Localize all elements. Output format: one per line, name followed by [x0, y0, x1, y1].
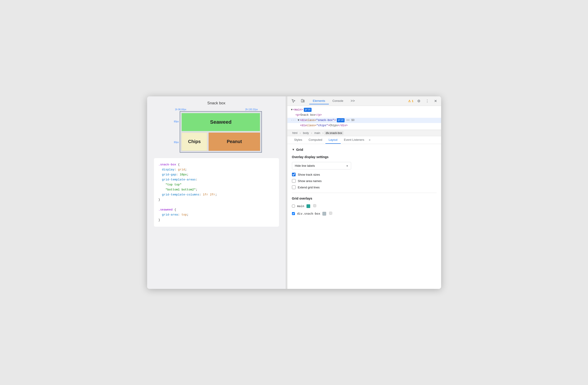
code-line-8: }: [159, 197, 274, 202]
dom-line-chips[interactable]: <div class="chips">Chips</div>: [287, 123, 441, 128]
code-line-5: "top top": [159, 182, 274, 187]
tab-styles[interactable]: Styles: [291, 136, 305, 144]
line-labels-select[interactable]: Hide line labels Show line labels Show a…: [292, 162, 351, 170]
extend-grid-lines-row: Extend grid lines: [292, 185, 437, 189]
show-area-names-label[interactable]: Show area names: [298, 179, 322, 183]
warning-icon: ⚠: [408, 99, 411, 103]
settings-button[interactable]: ⚙: [416, 98, 422, 104]
code-line-10: grid-area: top;: [159, 212, 274, 217]
svg-rect-0: [301, 99, 303, 102]
grid-preview: 1fr·96.66px 2fr·193.32px 80px 80px Seawe…: [171, 108, 262, 153]
select-wrapper: Hide line labels Show line labels Show a…: [292, 162, 351, 170]
devtools-main-tabs: Elements Console: [309, 98, 347, 104]
dollar-sign: == $0: [346, 118, 355, 123]
left-panel: Snack box 1fr·96.66px 2fr·193.32px 80px …: [147, 96, 286, 289]
more-vert-button[interactable]: ⋮: [424, 98, 430, 104]
svg-rect-1: [303, 100, 304, 102]
overlay-main-row: main: [292, 203, 437, 209]
breadcrumb-bar: html › body › main › div.snack-box: [287, 130, 441, 136]
dimension-top-right: 2fr·193.32px: [245, 108, 258, 111]
tab-event-listeners[interactable]: Event Listeners: [341, 136, 368, 144]
dimension-left-top: 80px: [171, 120, 179, 123]
devtools-toolbar: Elements Console >> ⚠ 1 ⚙ ⋮ ✕: [287, 96, 441, 106]
overlay-main-color: [307, 204, 310, 208]
overlay-main-checkbox[interactable]: [292, 205, 295, 208]
ellipsis: ···: [291, 118, 296, 123]
grid-cell-chips: Chips: [182, 133, 207, 151]
preview-title: Snack box: [154, 101, 279, 106]
overlay-snackbox-row: div.snack-box: [292, 211, 437, 216]
dimension-top-row: 1fr·96.66px 2fr·193.32px: [171, 108, 262, 111]
overlay-main-label[interactable]: main: [297, 204, 304, 208]
dom-line-snackbox[interactable]: ··· ▼ <div class="snack-box"> grid == $0: [287, 118, 441, 123]
grid-box: Seaweed Chips Peanut: [180, 111, 262, 153]
dimension-left: 80px 80px: [171, 111, 179, 153]
grid-cell-peanut: Peanut: [209, 133, 260, 151]
devtools-panel: Elements Console >> ⚠ 1 ⚙ ⋮ ✕ ▼ <main> g…: [287, 96, 441, 289]
tab-computed[interactable]: Computed: [305, 136, 325, 144]
code-line-4: grid-template-areas:: [159, 177, 274, 182]
browser-window: Snack box 1fr·96.66px 2fr·193.32px 80px …: [147, 96, 441, 289]
panel-tab-more[interactable]: »: [368, 136, 372, 144]
tab-console[interactable]: Console: [329, 98, 347, 104]
badge-main: grid: [304, 108, 312, 112]
extend-grid-lines-label[interactable]: Extend grid lines: [298, 186, 320, 189]
overlay-snackbox-checkbox[interactable]: [292, 212, 295, 215]
panel-tabs: Styles Computed Layout Event Listeners »: [287, 136, 441, 144]
overlay-snackbox-color: [322, 212, 326, 215]
show-area-names-row: Show area names: [292, 179, 437, 183]
grid-section-triangle[interactable]: ▼: [292, 148, 295, 151]
grid-cell-seaweed: Seaweed: [182, 113, 260, 131]
dimension-top-left: 1fr·96.66px: [175, 108, 186, 111]
show-track-sizes-checkbox[interactable]: [292, 173, 295, 176]
dimension-left-bottom: 80px: [171, 141, 179, 144]
badge-snackbox: grid: [337, 118, 345, 122]
grid-preview-row: 80px 80px Seaweed Chips Peanut: [171, 111, 262, 153]
code-line-3: grid-gap: 10px;: [159, 172, 274, 177]
code-line-2: display: grid;: [159, 167, 274, 172]
code-line-1: .snack-box {: [159, 162, 274, 167]
overlay-main-icon-btn[interactable]: [313, 203, 317, 209]
triangle-main[interactable]: ▼: [291, 108, 293, 112]
triangle-snackbox[interactable]: ▼: [298, 118, 299, 123]
show-area-names-checkbox[interactable]: [292, 179, 295, 183]
breadcrumb-main[interactable]: main: [313, 131, 322, 135]
breadcrumb-body[interactable]: body: [301, 131, 310, 135]
breadcrumb-snackbox[interactable]: div.snack-box: [324, 131, 343, 135]
dom-line-main[interactable]: ▼ <main> grid: [287, 107, 441, 112]
grid-overlays-section: Grid overlays main: [292, 197, 437, 216]
overlay-snackbox-label[interactable]: div.snack-box: [297, 212, 320, 215]
section-divider: [292, 193, 437, 193]
dom-tree: ▼ <main> grid <p>Snack box</p> ··· ▼ <di…: [287, 106, 441, 130]
inspect-button[interactable]: [290, 98, 297, 104]
code-line-9: .seaweed {: [159, 207, 274, 212]
more-tabs-button[interactable]: >>: [349, 98, 356, 104]
code-line-7: grid-template-columns: 1fr 2fr;: [159, 192, 274, 197]
tab-layout[interactable]: Layout: [325, 136, 341, 144]
code-line-11: }: [159, 217, 274, 223]
overlay-snackbox-icon-btn[interactable]: [328, 211, 333, 216]
svg-rect-7: [329, 212, 332, 214]
device-button[interactable]: [299, 98, 306, 104]
extend-grid-lines-checkbox[interactable]: [292, 185, 295, 189]
panel-content: ▼ Grid Overlay display settings Hide lin…: [287, 144, 441, 289]
show-track-sizes-label[interactable]: Show track sizes: [298, 173, 320, 176]
grid-overlays-title: Grid overlays: [292, 197, 437, 200]
breadcrumb-html[interactable]: html: [291, 131, 299, 135]
overlay-settings-title: Overlay display settings: [292, 155, 437, 159]
line-labels-dropdown-row: Hide line labels Show line labels Show a…: [292, 162, 437, 170]
tab-elements[interactable]: Elements: [309, 98, 329, 104]
grid-section-header: ▼ Grid: [292, 148, 437, 151]
show-track-sizes-row: Show track sizes: [292, 173, 437, 176]
svg-rect-2: [313, 204, 316, 207]
dom-line-p[interactable]: <p>Snack box</p>: [287, 112, 441, 118]
close-button[interactable]: ✕: [433, 98, 438, 104]
code-editor: .snack-box { display: grid; grid-gap: 10…: [154, 158, 279, 227]
code-line-6: "bottom1 bottom2";: [159, 187, 274, 192]
grid-section-title: Grid: [296, 148, 303, 151]
warning-indicator: ⚠ 1: [408, 99, 413, 103]
grid-inner: Seaweed Chips Peanut: [180, 112, 261, 152]
warning-count: 1: [412, 99, 413, 103]
